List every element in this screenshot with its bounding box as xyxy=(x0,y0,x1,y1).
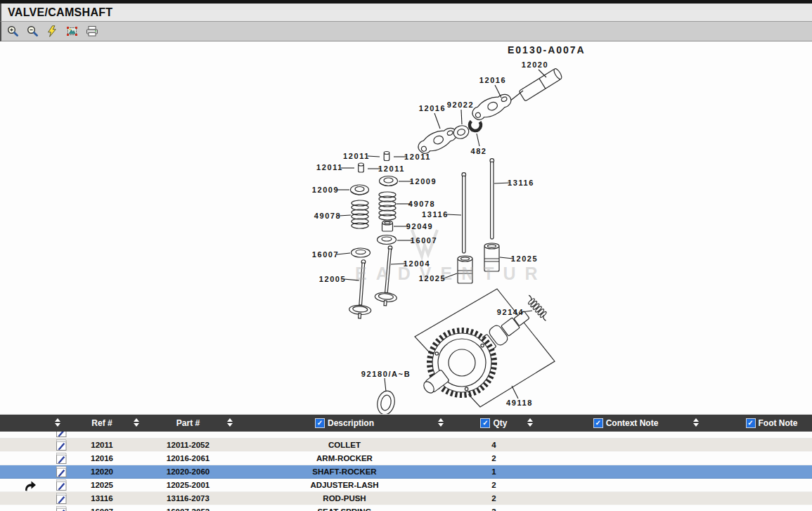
note-edit-icon[interactable] xyxy=(49,465,73,478)
quantity: 4 xyxy=(464,439,524,451)
note-edit-icon[interactable] xyxy=(49,452,73,465)
qty-column-header: ✓ Qty xyxy=(464,415,524,432)
context-note-checkbox[interactable]: ✓ xyxy=(593,418,603,428)
part-description: ROD-PUSH xyxy=(243,492,446,505)
zoom-in-button[interactable] xyxy=(5,23,21,39)
part-label[interactable]: 92144 xyxy=(497,308,524,316)
part-label[interactable]: 12009 xyxy=(410,177,437,186)
sort-qty-icon[interactable] xyxy=(527,418,533,427)
qty-checkbox[interactable]: ✓ xyxy=(480,418,490,428)
note-edit-icon[interactable] xyxy=(49,432,73,438)
cam-gear xyxy=(422,330,494,395)
note-edit-icon[interactable] xyxy=(49,505,73,511)
part-label[interactable]: 12020 xyxy=(522,60,549,69)
part-label[interactable]: 92049 xyxy=(406,222,434,231)
print-button[interactable] xyxy=(84,23,100,39)
partial-row[interactable] xyxy=(0,432,812,439)
part-label[interactable]: 12004 xyxy=(404,259,431,268)
part-number: 12025-2001 xyxy=(151,479,225,491)
note-edit-icon[interactable] xyxy=(49,479,73,491)
table-row[interactable]: 12025 12025-2001 ADJUSTER-LASH 2 xyxy=(0,479,812,492)
drawing-number: E0130-A007A xyxy=(508,44,586,56)
page-title-bar: VALVE/CAMSHAFT xyxy=(0,4,812,22)
foot-note-column-header: ✓ Foot Note xyxy=(731,415,812,432)
table-row[interactable]: 12016 12016-2061 ARM-ROCKER 2 xyxy=(0,452,812,465)
table-row[interactable]: 12011 12011-2052 COLLET 4 xyxy=(0,439,812,452)
part-label[interactable]: 482 xyxy=(470,147,486,155)
part-label[interactable]: 49078 xyxy=(314,212,342,220)
note-edit-icon[interactable] xyxy=(49,439,73,451)
quantity: 1 xyxy=(464,465,524,478)
part-description: COLLET xyxy=(243,439,446,451)
foot-note-checkbox[interactable]: ✓ xyxy=(746,418,756,428)
context-note xyxy=(555,505,696,511)
context-note xyxy=(555,492,696,505)
table-row[interactable]: 16007 16007-2052 SEAT-SPRING 2 xyxy=(0,505,812,511)
zoom-out-button[interactable] xyxy=(25,23,41,39)
part-description: SEAT-SPRING xyxy=(243,505,446,511)
push-rod-13116 xyxy=(462,159,494,253)
part-label[interactable]: 12016 xyxy=(419,104,446,112)
sort-description-icon[interactable] xyxy=(438,418,444,427)
part-number: 12020-2060 xyxy=(151,465,225,478)
magnifier-plus-icon xyxy=(7,25,19,37)
sort-context-icon[interactable] xyxy=(693,418,699,427)
rocker-arm-12016 xyxy=(470,91,515,123)
part-number: 13116-2073 xyxy=(151,492,225,505)
ref-column-header: Ref # xyxy=(77,415,127,432)
part-label[interactable]: 16007 xyxy=(411,236,438,245)
foot-note xyxy=(731,452,812,465)
part-description: ADJUSTER-LASH xyxy=(243,479,446,491)
note-edit-icon[interactable] xyxy=(49,492,73,505)
part-number: 16007-2052 xyxy=(151,505,225,511)
table-row[interactable]: 12020 12020-2060 SHAFT-ROCKER 1 xyxy=(0,465,812,479)
part-label[interactable]: 13116 xyxy=(422,210,449,219)
quick-view-button[interactable] xyxy=(44,23,60,39)
context-note xyxy=(555,452,696,465)
ref-number: 13116 xyxy=(77,492,127,505)
context-note xyxy=(555,479,696,491)
part-label[interactable]: 49118 xyxy=(506,399,533,407)
description-checkbox[interactable]: ✓ xyxy=(315,418,325,428)
part-description: SHAFT-ROCKER xyxy=(243,465,446,478)
part-number: 12011-2052 xyxy=(151,439,225,451)
part-label[interactable]: 92022 xyxy=(447,101,475,109)
part-number: 12016-2061 xyxy=(151,452,225,465)
part-description: ARM-ROCKER xyxy=(243,452,446,465)
part-column-header: Part # xyxy=(151,415,225,432)
part-label[interactable]: 12011 xyxy=(378,164,405,173)
table-body: 12011 12011-2052 COLLET 4 12016 xyxy=(0,439,812,511)
sort-part-icon[interactable] xyxy=(227,418,233,427)
ref-number: 16007 xyxy=(77,505,127,511)
part-label[interactable]: 12025 xyxy=(511,254,539,263)
toolbar xyxy=(0,22,812,41)
sort-ref-icon[interactable] xyxy=(134,418,139,427)
part-label[interactable]: 12011 xyxy=(316,163,343,172)
lightning-bolt-icon xyxy=(46,25,58,37)
image-select-button[interactable] xyxy=(64,23,80,39)
quantity: 2 xyxy=(464,492,524,505)
foot-note xyxy=(731,505,812,511)
quantity: 2 xyxy=(464,479,524,491)
ref-number: 12020 xyxy=(77,465,127,478)
part-label[interactable]: 12025 xyxy=(419,274,446,283)
oil-seal-92180 xyxy=(375,389,397,414)
part-label[interactable]: 12005 xyxy=(319,275,347,283)
context-note xyxy=(555,465,696,478)
printer-icon xyxy=(86,25,98,37)
current-row-arrow-icon xyxy=(21,479,39,491)
diagram-area: EADVENTUR E0130-A007A 120201201612016920… xyxy=(0,41,812,414)
part-label[interactable]: 13116 xyxy=(508,179,534,187)
part-label[interactable]: 12009 xyxy=(312,186,340,194)
part-label[interactable]: 92180/A~B xyxy=(361,370,411,378)
part-label[interactable]: 49078 xyxy=(408,200,436,208)
sort-control-icon[interactable] xyxy=(55,418,60,427)
part-label[interactable]: 16007 xyxy=(312,250,340,259)
rocker-arm-12016 xyxy=(415,125,460,157)
part-label[interactable]: 12011 xyxy=(404,153,431,161)
part-label[interactable]: 12016 xyxy=(479,76,507,84)
context-note xyxy=(555,439,696,451)
ref-number: 12016 xyxy=(77,452,127,465)
table-row[interactable]: 13116 13116-2073 ROD-PUSH 2 xyxy=(0,492,812,505)
part-label[interactable]: 12011 xyxy=(343,152,370,160)
